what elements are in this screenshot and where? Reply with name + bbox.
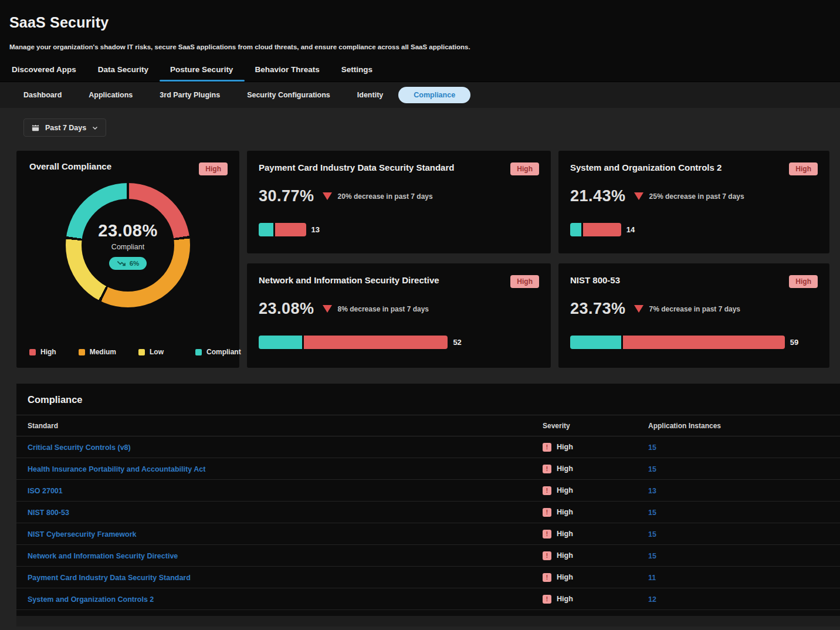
standard-link[interactable]: Payment Card Industry Data Security Stan… (28, 574, 191, 582)
severity-label: High (557, 595, 573, 603)
bar-noncompliant-segment (623, 336, 785, 349)
application-instances-link[interactable]: 12 (648, 595, 656, 604)
legend-label: High (40, 348, 56, 356)
severity-badge: High (789, 162, 818, 175)
application-instances-link[interactable]: 13 (648, 487, 656, 495)
time-range-value: Past 7 Days (45, 124, 86, 132)
application-instances-link[interactable]: 15 (648, 465, 656, 473)
stacked-bar (259, 223, 306, 236)
page-subtitle: Manage your organization's shadow IT ris… (0, 43, 840, 50)
card-title: Network and Information Security Directi… (259, 275, 539, 285)
subtab-security-configurations[interactable]: Security Configurations (247, 91, 330, 99)
table-row: Critical Security Controls (v8)!High15 (16, 436, 840, 458)
trend-text: 8% decrease in past 7 days (338, 305, 429, 313)
subtab-applications[interactable]: Applications (89, 91, 133, 99)
card-title: System and Organization Controls 2 (570, 162, 818, 172)
standard-link[interactable]: NIST 800-53 (28, 509, 69, 517)
bar-count: 59 (790, 338, 798, 347)
nisd-card: Network and Information Security Directi… (247, 263, 551, 368)
chevron-down-icon (92, 124, 99, 131)
trend-text: 25% decrease in past 7 days (649, 192, 744, 201)
compliance-percentage: 30.77% (259, 187, 314, 205)
table-header-row: Standard Severity Application Instances (16, 415, 840, 436)
standard-link[interactable]: Critical Security Controls (v8) (28, 443, 131, 452)
standard-link[interactable]: Network and Information Security Directi… (28, 552, 178, 560)
application-instances-link[interactable]: 15 (648, 552, 656, 560)
severity-alert-icon: ! (543, 530, 551, 538)
table-row: NIST Cybersecurity Framework!High15 (16, 523, 840, 545)
col-header-severity[interactable]: Severity (543, 422, 648, 430)
donut-legend: High Medium Low Compliant (29, 348, 226, 357)
donut-center-label: Compliant (111, 243, 144, 251)
table-body: Critical Security Controls (v8)!High15He… (16, 436, 840, 610)
bar-compliant-segment (259, 223, 273, 236)
tab-settings[interactable]: Settings (341, 65, 372, 82)
subtab-dashboard[interactable]: Dashboard (23, 91, 62, 99)
standard-link[interactable]: NIST Cybersecurity Framework (28, 530, 137, 538)
app-header: SaaS Security Manage your organization's… (0, 0, 840, 82)
decrease-triangle-icon (323, 305, 332, 313)
severity-alert-icon: ! (543, 443, 551, 452)
card-title: Payment Card Industry Data Security Stan… (259, 162, 539, 172)
tab-data-security[interactable]: Data Security (98, 65, 148, 82)
legend-swatch-low (138, 349, 145, 355)
compliance-percentage: 23.08% (259, 300, 314, 318)
stacked-bar-chart: 13 (259, 223, 539, 236)
severity-badge: High (789, 275, 818, 288)
standard-link[interactable]: System and Organization Controls 2 (28, 595, 154, 604)
legend-item-medium[interactable]: Medium (79, 348, 116, 356)
severity-badge: High (199, 162, 228, 175)
calendar-icon (31, 123, 40, 132)
severity-alert-icon: ! (543, 465, 551, 473)
standard-link[interactable]: ISO 27001 (28, 487, 63, 495)
application-instances-link[interactable]: 15 (648, 530, 656, 538)
bar-count: 14 (626, 225, 635, 234)
legend-item-compliant[interactable]: Compliant (195, 348, 241, 356)
col-header-application-instances[interactable]: Application Instances (648, 422, 840, 430)
pci-dss-card: Payment Card Industry Data Security Stan… (247, 151, 551, 253)
severity-alert-icon: ! (543, 486, 551, 495)
stacked-bar-chart: 14 (570, 223, 818, 236)
decrease-triangle-icon (323, 192, 332, 200)
time-range-select[interactable]: Past 7 Days (23, 118, 106, 137)
table-row: Network and Information Security Directi… (16, 545, 840, 567)
compliance-percentage: 23.73% (570, 300, 626, 318)
tab-posture-security[interactable]: Posture Security (170, 65, 233, 82)
severity-alert-icon: ! (543, 595, 551, 604)
donut-center: 23.08% Compliant 6% (82, 199, 174, 292)
severity-label: High (557, 530, 573, 538)
application-instances-link[interactable]: 11 (648, 574, 656, 582)
stacked-bar-chart: 52 (259, 336, 539, 349)
legend-item-high[interactable]: High (29, 348, 56, 356)
severity-label: High (557, 465, 573, 473)
stacked-bar (570, 336, 785, 349)
standard-link[interactable]: Health Insurance Portability and Account… (28, 465, 205, 473)
severity-badge: High (510, 162, 539, 175)
tab-behavior-threats[interactable]: Behavior Threats (255, 65, 319, 82)
legend-swatch-medium (79, 349, 85, 355)
severity-label: High (557, 573, 573, 581)
legend-item-low[interactable]: Low (138, 348, 164, 356)
severity-badge: High (510, 275, 539, 288)
overall-compliance-card: Overall Compliance High 23.08% Compliant… (16, 151, 239, 368)
bar-compliant-segment (570, 223, 581, 236)
col-header-standard[interactable]: Standard (28, 422, 543, 430)
subtab-3rd-party-plugins[interactable]: 3rd Party Plugins (160, 91, 220, 99)
nist-800-53-card: NIST 800-53 High 23.73% 7% decrease in p… (558, 263, 829, 368)
table-footer (16, 616, 840, 626)
bar-count: 52 (453, 338, 461, 347)
compliance-donut-chart: 23.08% Compliant 6% (66, 183, 190, 307)
table-row: System and Organization Controls 2!High1… (16, 588, 840, 610)
application-instances-link[interactable]: 15 (648, 509, 656, 517)
trending-down-icon (117, 260, 126, 267)
application-instances-link[interactable]: 15 (648, 443, 656, 452)
soc2-card: System and Organization Controls 2 High … (558, 151, 829, 253)
legend-label: Low (150, 348, 164, 356)
tab-discovered-apps[interactable]: Discovered Apps (12, 65, 76, 82)
trend-value: 6% (130, 260, 140, 267)
card-title: NIST 800-53 (570, 275, 818, 285)
bar-compliant-segment (259, 336, 302, 349)
subtab-identity[interactable]: Identity (357, 91, 383, 99)
subtab-compliance[interactable]: Compliance (398, 87, 470, 103)
table-title: Compliance (16, 384, 840, 415)
